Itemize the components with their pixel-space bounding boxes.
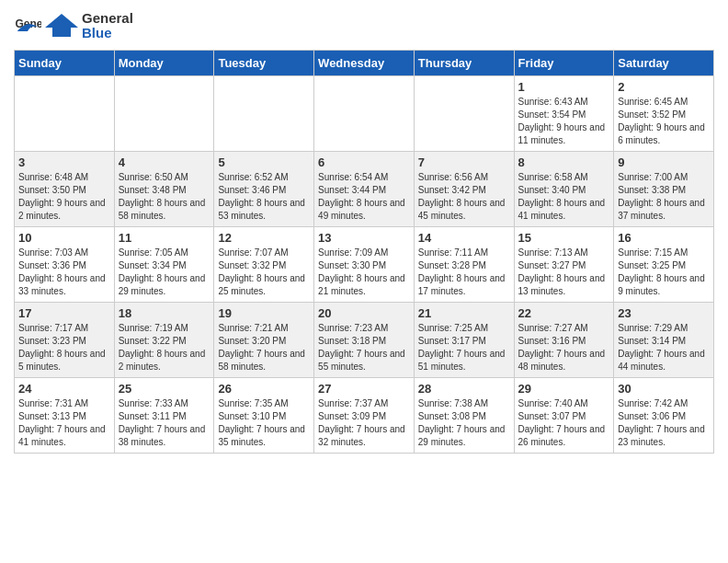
col-monday: Monday: [114, 51, 214, 76]
calendar-cell: 9Sunrise: 7:00 AM Sunset: 3:38 PM Daylig…: [614, 152, 714, 227]
header: General General Blue: [14, 9, 714, 42]
day-info: Sunrise: 7:33 AM Sunset: 3:11 PM Dayligh…: [119, 397, 210, 449]
day-number: 22: [518, 306, 610, 320]
page: General General Blue: [0, 0, 728, 463]
col-friday: Friday: [514, 51, 614, 76]
day-number: 16: [618, 231, 710, 245]
svg-marker-1: [45, 14, 78, 37]
calendar-cell: 30Sunrise: 7:42 AM Sunset: 3:06 PM Dayli…: [614, 378, 714, 454]
calendar-week-row: 17Sunrise: 7:17 AM Sunset: 3:23 PM Dayli…: [15, 303, 714, 378]
day-info: Sunrise: 6:48 AM Sunset: 3:50 PM Dayligh…: [18, 171, 110, 223]
calendar-cell: [114, 76, 214, 152]
day-number: 17: [18, 306, 110, 320]
col-tuesday: Tuesday: [214, 51, 314, 76]
logo-general: General: [82, 11, 133, 27]
calendar-cell: 17Sunrise: 7:17 AM Sunset: 3:23 PM Dayli…: [15, 303, 115, 378]
calendar-cell: 29Sunrise: 7:40 AM Sunset: 3:07 PM Dayli…: [514, 378, 614, 454]
day-info: Sunrise: 7:42 AM Sunset: 3:06 PM Dayligh…: [618, 397, 710, 449]
calendar-cell: [15, 76, 115, 152]
calendar-cell: 6Sunrise: 6:54 AM Sunset: 3:44 PM Daylig…: [314, 152, 415, 227]
calendar-cell: [414, 76, 514, 152]
calendar-cell: 20Sunrise: 7:23 AM Sunset: 3:18 PM Dayli…: [314, 303, 415, 378]
calendar-week-row: 24Sunrise: 7:31 AM Sunset: 3:13 PM Dayli…: [15, 378, 714, 454]
col-sunday: Sunday: [15, 51, 115, 76]
calendar-week-row: 10Sunrise: 7:03 AM Sunset: 3:36 PM Dayli…: [15, 227, 714, 303]
day-info: Sunrise: 7:05 AM Sunset: 3:34 PM Dayligh…: [119, 247, 210, 298]
day-number: 3: [18, 155, 110, 169]
day-info: Sunrise: 7:21 AM Sunset: 3:20 PM Dayligh…: [218, 322, 310, 373]
day-info: Sunrise: 7:40 AM Sunset: 3:07 PM Dayligh…: [518, 397, 610, 449]
day-info: Sunrise: 6:54 AM Sunset: 3:44 PM Dayligh…: [318, 171, 410, 223]
calendar-cell: 2Sunrise: 6:45 AM Sunset: 3:52 PM Daylig…: [614, 76, 714, 152]
day-number: 23: [618, 306, 710, 320]
calendar-cell: 24Sunrise: 7:31 AM Sunset: 3:13 PM Dayli…: [15, 378, 115, 454]
logo-bird-icon: [45, 9, 78, 42]
day-number: 26: [218, 382, 310, 396]
calendar-cell: [314, 76, 415, 152]
day-number: 4: [119, 155, 210, 169]
day-info: Sunrise: 7:38 AM Sunset: 3:08 PM Dayligh…: [418, 397, 510, 449]
calendar-cell: 27Sunrise: 7:37 AM Sunset: 3:09 PM Dayli…: [314, 378, 415, 454]
day-number: 5: [218, 155, 310, 169]
day-number: 28: [418, 382, 510, 396]
day-info: Sunrise: 6:52 AM Sunset: 3:46 PM Dayligh…: [218, 171, 310, 223]
logo-blue: Blue: [82, 26, 133, 41]
calendar-cell: 8Sunrise: 6:58 AM Sunset: 3:40 PM Daylig…: [514, 152, 614, 227]
calendar-cell: 1Sunrise: 6:43 AM Sunset: 3:54 PM Daylig…: [514, 76, 614, 152]
calendar-cell: 12Sunrise: 7:07 AM Sunset: 3:32 PM Dayli…: [214, 227, 314, 303]
day-number: 20: [318, 306, 410, 320]
day-number: 27: [318, 382, 410, 396]
calendar-cell: 21Sunrise: 7:25 AM Sunset: 3:17 PM Dayli…: [414, 303, 514, 378]
col-wednesday: Wednesday: [314, 51, 415, 76]
day-number: 8: [518, 155, 610, 169]
day-number: 11: [119, 231, 210, 245]
calendar-cell: 3Sunrise: 6:48 AM Sunset: 3:50 PM Daylig…: [15, 152, 115, 227]
day-number: 21: [418, 306, 510, 320]
day-info: Sunrise: 7:27 AM Sunset: 3:16 PM Dayligh…: [518, 322, 610, 373]
day-number: 1: [518, 80, 610, 94]
day-number: 9: [618, 155, 710, 169]
calendar-cell: 19Sunrise: 7:21 AM Sunset: 3:20 PM Dayli…: [214, 303, 314, 378]
calendar-table: Sunday Monday Tuesday Wednesday Thursday…: [14, 50, 714, 454]
day-info: Sunrise: 6:43 AM Sunset: 3:54 PM Dayligh…: [518, 96, 610, 147]
day-number: 19: [218, 306, 310, 320]
day-number: 29: [518, 382, 610, 396]
calendar-cell: 11Sunrise: 7:05 AM Sunset: 3:34 PM Dayli…: [114, 227, 214, 303]
day-info: Sunrise: 7:00 AM Sunset: 3:38 PM Dayligh…: [618, 171, 710, 223]
calendar-week-row: 3Sunrise: 6:48 AM Sunset: 3:50 PM Daylig…: [15, 152, 714, 227]
day-info: Sunrise: 7:25 AM Sunset: 3:17 PM Dayligh…: [418, 322, 510, 373]
calendar-cell: 5Sunrise: 6:52 AM Sunset: 3:46 PM Daylig…: [214, 152, 314, 227]
day-number: 14: [418, 231, 510, 245]
day-info: Sunrise: 7:11 AM Sunset: 3:28 PM Dayligh…: [418, 247, 510, 298]
col-saturday: Saturday: [614, 51, 714, 76]
calendar-cell: 13Sunrise: 7:09 AM Sunset: 3:30 PM Dayli…: [314, 227, 415, 303]
calendar-cell: 14Sunrise: 7:11 AM Sunset: 3:28 PM Dayli…: [414, 227, 514, 303]
day-info: Sunrise: 7:09 AM Sunset: 3:30 PM Dayligh…: [318, 247, 410, 298]
calendar-cell: 26Sunrise: 7:35 AM Sunset: 3:10 PM Dayli…: [214, 378, 314, 454]
day-info: Sunrise: 7:19 AM Sunset: 3:22 PM Dayligh…: [119, 322, 210, 373]
calendar-cell: 10Sunrise: 7:03 AM Sunset: 3:36 PM Dayli…: [15, 227, 115, 303]
logo-icon: General: [14, 12, 41, 40]
col-thursday: Thursday: [414, 51, 514, 76]
calendar-cell: 23Sunrise: 7:29 AM Sunset: 3:14 PM Dayli…: [614, 303, 714, 378]
calendar-cell: 22Sunrise: 7:27 AM Sunset: 3:16 PM Dayli…: [514, 303, 614, 378]
day-number: 2: [618, 80, 710, 94]
day-number: 30: [618, 382, 710, 396]
day-info: Sunrise: 7:03 AM Sunset: 3:36 PM Dayligh…: [18, 247, 110, 298]
day-info: Sunrise: 7:17 AM Sunset: 3:23 PM Dayligh…: [18, 322, 110, 373]
day-number: 15: [518, 231, 610, 245]
day-info: Sunrise: 7:15 AM Sunset: 3:25 PM Dayligh…: [618, 247, 710, 298]
day-info: Sunrise: 7:23 AM Sunset: 3:18 PM Dayligh…: [318, 322, 410, 373]
day-number: 24: [18, 382, 110, 396]
day-info: Sunrise: 7:13 AM Sunset: 3:27 PM Dayligh…: [518, 247, 610, 298]
day-number: 10: [18, 231, 110, 245]
logo: General General Blue: [14, 9, 133, 42]
calendar-cell: [214, 76, 314, 152]
calendar-cell: 28Sunrise: 7:38 AM Sunset: 3:08 PM Dayli…: [414, 378, 514, 454]
day-number: 12: [218, 231, 310, 245]
day-info: Sunrise: 7:37 AM Sunset: 3:09 PM Dayligh…: [318, 397, 410, 449]
day-info: Sunrise: 6:56 AM Sunset: 3:42 PM Dayligh…: [418, 171, 510, 223]
day-info: Sunrise: 7:35 AM Sunset: 3:10 PM Dayligh…: [218, 397, 310, 449]
calendar-header-row: Sunday Monday Tuesday Wednesday Thursday…: [15, 51, 714, 76]
calendar-cell: 18Sunrise: 7:19 AM Sunset: 3:22 PM Dayli…: [114, 303, 214, 378]
